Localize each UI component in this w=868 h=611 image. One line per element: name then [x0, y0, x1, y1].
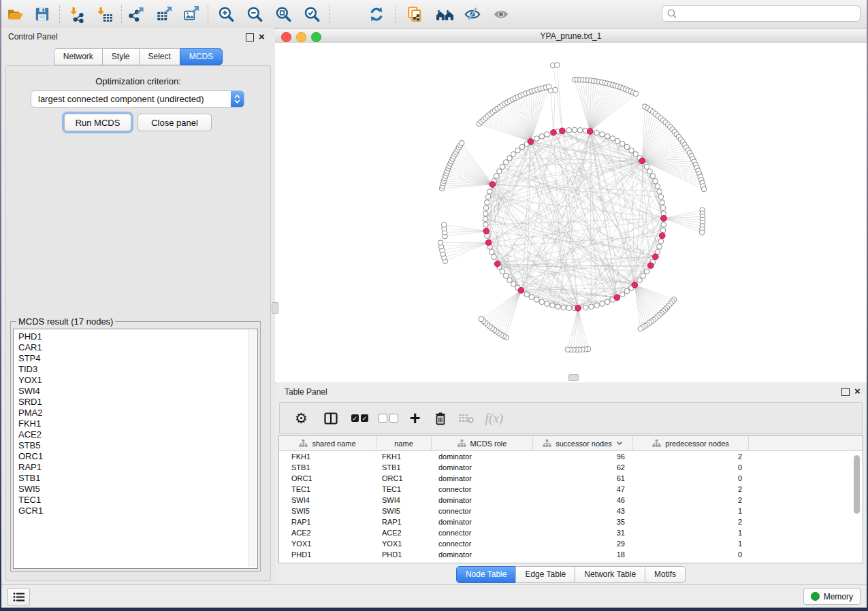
mcds-result-item[interactable]: PMA2: [18, 408, 257, 418]
close-panel-button[interactable]: Close panel: [138, 114, 212, 131]
network-node[interactable]: [660, 200, 665, 205]
table-tab-motifs[interactable]: Motifs: [645, 566, 686, 583]
network-node[interactable]: [545, 132, 550, 137]
mcds-hub-node[interactable]: [528, 139, 534, 145]
hide-selected-icon[interactable]: [461, 3, 484, 26]
mcds-hub-node[interactable]: [653, 254, 659, 260]
close-panel-icon[interactable]: ×: [259, 33, 265, 40]
network-node[interactable]: [483, 216, 488, 222]
network-node[interactable]: [565, 347, 570, 352]
network-node[interactable]: [534, 297, 539, 303]
network-node[interactable]: [572, 127, 577, 133]
network-node[interactable]: [492, 254, 497, 260]
export-table-icon[interactable]: [153, 3, 176, 26]
mcds-result-item[interactable]: FKH1: [18, 418, 257, 429]
network-node[interactable]: [553, 87, 558, 93]
mcds-hub-node[interactable]: [518, 288, 524, 294]
search-input[interactable]: [662, 5, 861, 22]
network-node[interactable]: [483, 205, 489, 211]
network-node[interactable]: [600, 132, 605, 137]
split-columns-icon[interactable]: [324, 407, 338, 430]
network-node[interactable]: [633, 91, 639, 97]
network-node[interactable]: [655, 184, 660, 189]
table-row[interactable]: YOX1YOX1connector291: [279, 538, 863, 549]
network-node[interactable]: [624, 144, 630, 150]
mcds-result-item[interactable]: STP4: [18, 353, 257, 364]
network-node[interactable]: [561, 305, 566, 310]
mcds-result-item[interactable]: CAR1: [18, 342, 257, 353]
settings-gear-icon[interactable]: ⚙: [295, 407, 308, 430]
network-node[interactable]: [566, 306, 572, 311]
memory-button[interactable]: Memory: [803, 588, 861, 605]
network-node[interactable]: [539, 299, 545, 305]
mcds-result-item[interactable]: RAP1: [18, 462, 257, 473]
network-node[interactable]: [515, 148, 521, 153]
network-node[interactable]: [479, 316, 484, 322]
tab-network[interactable]: Network: [54, 48, 103, 65]
mcds-result-item[interactable]: PHD1: [18, 331, 257, 342]
criterion-select[interactable]: largest connected component (undirected): [31, 90, 244, 108]
table-row[interactable]: RAP1RAP1dominator352: [279, 516, 863, 527]
float-panel-icon[interactable]: [246, 33, 254, 42]
add-column-icon[interactable]: +: [410, 407, 421, 430]
table-scrollbar-thumb[interactable]: [854, 455, 860, 514]
mcds-hub-node[interactable]: [659, 233, 665, 239]
mcds-hub-node[interactable]: [661, 216, 667, 222]
network-node[interactable]: [519, 144, 525, 150]
network-node[interactable]: [554, 63, 560, 68]
mcds-list-scrollbar[interactable]: [248, 330, 257, 567]
network-node[interactable]: [657, 244, 662, 250]
network-canvas[interactable]: [275, 43, 867, 382]
network-node[interactable]: [653, 178, 658, 184]
column-header-MCDS-role[interactable]: MCDS role: [432, 436, 533, 450]
mcds-result-item[interactable]: SWI4: [18, 386, 257, 397]
network-node[interactable]: [489, 249, 494, 254]
network-node[interactable]: [620, 292, 625, 297]
mcds-hub-node[interactable]: [489, 182, 496, 188]
network-node[interactable]: [529, 295, 534, 300]
export-network-icon[interactable]: [125, 3, 148, 26]
mcds-hub-node[interactable]: [587, 129, 593, 135]
network-node[interactable]: [638, 326, 643, 331]
table-tab-edge-table[interactable]: Edge Table: [515, 566, 575, 583]
network-node[interactable]: [660, 205, 666, 211]
network-node[interactable]: [594, 130, 600, 135]
network-node[interactable]: [438, 240, 443, 246]
network-node[interactable]: [610, 136, 615, 142]
network-node[interactable]: [483, 222, 489, 227]
mcds-result-item[interactable]: STB5: [18, 440, 257, 451]
mcds-result-item[interactable]: GCR1: [18, 506, 257, 516]
table-tab-network-table[interactable]: Network Table: [575, 566, 645, 583]
network-node[interactable]: [657, 189, 662, 195]
show-selected-icon[interactable]: [489, 3, 513, 26]
horizontal-splitter-handle[interactable]: [568, 374, 579, 381]
network-node[interactable]: [511, 152, 517, 157]
mcds-hub-node[interactable]: [551, 129, 557, 135]
mcds-result-item[interactable]: STB1: [18, 473, 257, 484]
delete-column-icon[interactable]: [434, 407, 447, 430]
mcds-result-item[interactable]: TEC1: [18, 495, 257, 506]
deselect-all-columns-icon[interactable]: [379, 407, 398, 430]
network-node[interactable]: [660, 228, 666, 233]
import-network-icon[interactable]: [66, 3, 89, 26]
mcds-hub-node[interactable]: [648, 263, 654, 269]
vertical-splitter-handle[interactable]: [272, 302, 278, 314]
network-node[interactable]: [487, 189, 493, 195]
network-node[interactable]: [441, 222, 447, 228]
network-node[interactable]: [459, 140, 464, 146]
network-node[interactable]: [485, 200, 490, 205]
table-row[interactable]: SWI5SWI5connector431: [279, 506, 863, 516]
mcds-result-item[interactable]: ACE2: [18, 429, 257, 440]
open-file-icon[interactable]: [4, 3, 27, 26]
column-header-shared-name[interactable]: shared name: [279, 436, 376, 450]
network-node[interactable]: [620, 142, 625, 147]
network-node[interactable]: [605, 133, 610, 139]
clone-network-icon[interactable]: [403, 3, 426, 26]
network-node[interactable]: [589, 304, 594, 310]
zoom-fit-icon[interactable]: [272, 3, 295, 26]
zoom-selected-icon[interactable]: [300, 3, 323, 26]
save-session-icon[interactable]: [31, 3, 54, 26]
network-node[interactable]: [650, 174, 656, 179]
zoom-out-icon[interactable]: [243, 3, 266, 26]
refresh-view-icon[interactable]: [365, 3, 388, 26]
